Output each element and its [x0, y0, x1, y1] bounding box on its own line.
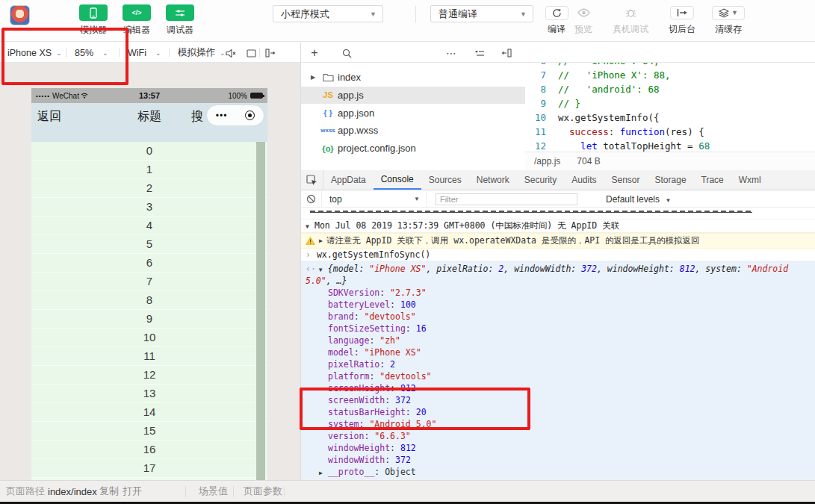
list-item[interactable]: 11 — [31, 347, 267, 366]
list-item[interactable]: 16 — [31, 441, 267, 459]
tab-sources[interactable]: Sources — [421, 170, 469, 190]
list-item[interactable]: 12 — [31, 366, 267, 385]
tree-item-label: index — [338, 72, 361, 83]
tab-appdata[interactable]: AppData — [323, 170, 374, 190]
debugger-toggle-button[interactable]: 调试器 — [164, 4, 196, 37]
detach-window-icon[interactable] — [264, 46, 277, 60]
list-item[interactable]: 0 — [31, 142, 267, 161]
remote-debug-button[interactable]: 真机调试 — [604, 4, 657, 36]
zoom-select[interactable]: 85%⌄ — [75, 43, 108, 63]
line-number: 8 — [525, 82, 558, 96]
chevron-down-icon[interactable]: ▼ — [306, 222, 314, 231]
tab-console[interactable]: Console — [374, 170, 421, 190]
page-params-label[interactable]: 页面参数 — [244, 485, 282, 498]
console-output[interactable]: ▼Mon Jul 08 2019 13:57:39 GMT+0800 (中国标准… — [301, 208, 815, 480]
capsule-exit-button[interactable] — [245, 111, 255, 120]
console-warning-message: ▶ 请注意无 AppID 关联下，调用 wx.operateWXData 是受限… — [301, 233, 815, 249]
line-number: 10 — [525, 111, 558, 125]
tree-item-label: app.js — [338, 90, 364, 101]
list-item[interactable]: 6 — [31, 254, 267, 273]
network-select[interactable]: WiFi⌄ — [128, 43, 161, 63]
simulator-panel: ••••• WeChat 13:57 100% 返回 标题 搜 ••• — [0, 63, 300, 480]
input-chevron-icon: › — [306, 249, 311, 260]
simulate-operations-select[interactable]: 模拟操作⌄ — [178, 43, 226, 63]
tree-item-index-folder[interactable]: ▶ index — [301, 69, 525, 87]
zoom-select-value: 85% — [75, 48, 93, 58]
clear-console-icon[interactable] — [301, 191, 322, 207]
object-proto-row[interactable]: ▶__proto__: Object — [306, 466, 811, 478]
list-item[interactable]: 10 — [31, 329, 267, 347]
screenshot-frame-icon[interactable] — [244, 46, 258, 60]
sliders-icon — [175, 8, 185, 17]
object-property: windowWidth: 372 — [306, 454, 811, 466]
list-item[interactable]: 15 — [31, 422, 267, 441]
line-number: 9 — [525, 96, 558, 111]
preview-button[interactable]: 预览 — [565, 4, 601, 36]
phone-screen: ••••• WeChat 13:57 100% 返回 标题 搜 ••• — [31, 88, 267, 480]
search-label[interactable]: 搜 — [191, 109, 203, 125]
tab-storage[interactable]: Storage — [648, 170, 694, 190]
file-path: /app.js — [534, 156, 560, 167]
list-item[interactable]: 3 — [31, 198, 267, 217]
tab-audits[interactable]: Audits — [564, 170, 604, 190]
compile-mode-select[interactable]: 普通编译 ▼ — [430, 5, 533, 22]
tab-sensor[interactable]: Sensor — [604, 170, 648, 190]
tab-security[interactable]: Security — [517, 170, 564, 190]
phone-status-bar: ••••• WeChat 13:57 100% — [31, 88, 267, 103]
object-property: version: "6.6.3" — [306, 430, 811, 442]
device-select[interactable]: iPhone XS⌄ — [7, 43, 62, 63]
log-levels-select[interactable]: Default levels ▼ — [606, 194, 671, 205]
tab-network[interactable]: Network — [469, 170, 517, 190]
capsule-menu-button[interactable]: ••• — [216, 111, 228, 121]
list-item[interactable]: 14 — [31, 403, 267, 422]
mini-program-list: 0 1 2 3 4 5 6 7 8 9 10 11 12 13 14 15 16… — [31, 142, 267, 480]
list-item[interactable]: 2 — [31, 179, 267, 198]
object-preview[interactable]: ‹·▼{model: "iPhone XS", pixelRatio: 2, w… — [306, 264, 811, 287]
tree-item-project-config[interactable]: {o} project.config.json — [301, 140, 525, 158]
line-number: 12 — [525, 139, 558, 152]
copy-path-link[interactable]: 复制 — [99, 485, 119, 498]
context-select[interactable]: top ▼ — [322, 191, 427, 207]
editor-toggle-button[interactable]: </> 编辑器 — [120, 4, 153, 37]
tab-wxml[interactable]: Wxml — [731, 170, 769, 190]
tree-item-app-wxss[interactable]: wxss app.wxss — [301, 122, 525, 140]
new-file-button[interactable]: + — [308, 46, 321, 60]
list-item[interactable]: 5 — [31, 235, 267, 254]
list-scrollbar[interactable] — [256, 142, 265, 480]
more-options-icon[interactable]: ⋯ — [444, 46, 458, 60]
code-editor[interactable]: 6// 'iPhone': 64, 7// 'iPhone X': 88, 8/… — [525, 63, 815, 152]
project-avatar[interactable] — [10, 5, 30, 25]
outline-icon[interactable] — [473, 46, 486, 60]
object-property: model: "iPhone XS" — [306, 346, 811, 358]
list-item[interactable]: 4 — [31, 217, 267, 235]
list-item[interactable]: 13 — [31, 385, 267, 403]
chevron-down-icon[interactable]: ▼ — [319, 264, 328, 276]
tab-trace[interactable]: Trace — [694, 170, 731, 190]
simulator-toggle-button[interactable]: 模拟器 — [77, 4, 110, 37]
list-item[interactable]: 8 — [31, 291, 267, 310]
inspect-element-icon[interactable] — [301, 170, 323, 190]
tree-item-app-json[interactable]: { } app.json — [301, 104, 525, 122]
scene-value-label[interactable]: 场景值 — [199, 485, 228, 498]
folder-icon — [318, 73, 338, 82]
mode-select[interactable]: 小程序模式 ▼ — [273, 5, 383, 22]
collapse-panel-icon[interactable] — [500, 46, 513, 60]
chevron-right-icon[interactable]: ▶ — [319, 237, 323, 244]
list-item[interactable]: 17 — [31, 459, 267, 478]
open-path-link[interactable]: 打开 — [123, 485, 142, 498]
clear-cache-button[interactable]: ▼ 清缓存 — [707, 4, 750, 36]
search-button[interactable] — [340, 46, 353, 60]
tree-item-app-js[interactable]: JS app.js — [301, 87, 525, 105]
mute-speaker-icon[interactable] — [224, 46, 238, 60]
clear-cache-label: 清缓存 — [707, 23, 750, 36]
filter-input[interactable] — [436, 193, 577, 205]
list-item[interactable]: 9 — [31, 310, 267, 329]
object-property: batteryLevel: 100 — [306, 299, 811, 311]
switch-background-button[interactable]: 切后台 — [660, 4, 704, 36]
code-line: 7// 'iPhone X': 88, — [525, 68, 815, 82]
chevron-right-icon: ▶ — [319, 467, 328, 479]
json-file-icon: { } — [318, 108, 338, 117]
list-item[interactable]: 1 — [31, 161, 267, 179]
preview-label: 预览 — [565, 23, 601, 36]
list-item[interactable]: 7 — [31, 273, 267, 291]
